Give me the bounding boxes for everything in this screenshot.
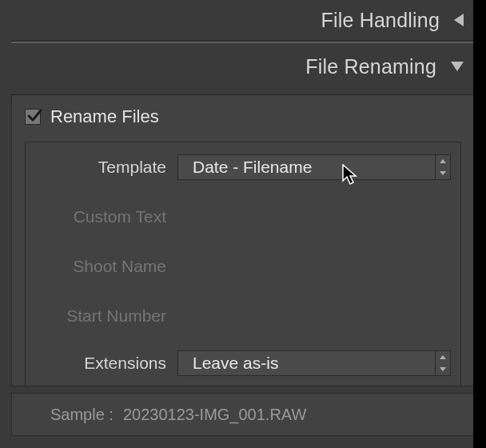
custom-text-label: Custom Text: [26, 207, 177, 226]
file-handling-title: File Handling: [321, 9, 440, 32]
extensions-label: Extensions: [26, 354, 177, 373]
rename-files-label: Rename Files: [50, 106, 159, 127]
template-label: Template: [26, 158, 177, 177]
file-renaming-panel: Rename Files Template Date - Filename Cu…: [11, 94, 475, 386]
chevron-up-icon: [440, 355, 446, 359]
custom-text-row: Custom Text: [26, 192, 460, 242]
chevron-down-icon: [440, 367, 446, 371]
extensions-stepper[interactable]: [435, 351, 451, 375]
sample-label: Sample :: [50, 406, 114, 424]
chevron-down-icon: [440, 171, 446, 175]
file-renaming-header[interactable]: File Renaming: [0, 43, 486, 90]
file-renaming-title: File Renaming: [305, 55, 436, 78]
panel-right-edge: [473, 0, 486, 448]
template-row: Template Date - Filename: [26, 142, 460, 192]
template-stepper[interactable]: [435, 155, 451, 179]
sample-bar: Sample : 20230123-IMG_001.RAW: [11, 393, 475, 436]
shoot-name-label: Shoot Name: [26, 257, 177, 276]
rename-form: Template Date - Filename Custom Text Sho…: [25, 142, 461, 386]
template-dropdown[interactable]: Date - Filename: [177, 154, 451, 180]
start-number-label: Start Number: [26, 306, 177, 326]
extensions-row: Extensions Leave as-is: [26, 341, 460, 386]
collapse-left-icon: [454, 14, 464, 26]
sample-value: 20230123-IMG_001.RAW: [123, 406, 306, 424]
chevron-up-icon: [440, 159, 446, 163]
template-value: Date - Filename: [193, 158, 312, 177]
expand-down-icon: [451, 62, 464, 71]
start-number-row: Start Number: [26, 291, 460, 341]
checkmark-icon: [26, 108, 42, 124]
rename-files-row: Rename Files: [12, 95, 474, 142]
extensions-dropdown[interactable]: Leave as-is: [177, 350, 451, 376]
shoot-name-row: Shoot Name: [26, 242, 460, 291]
file-handling-header[interactable]: File Handling: [0, 0, 486, 40]
extensions-value: Leave as-is: [193, 354, 278, 373]
rename-files-checkbox[interactable]: [25, 109, 41, 125]
